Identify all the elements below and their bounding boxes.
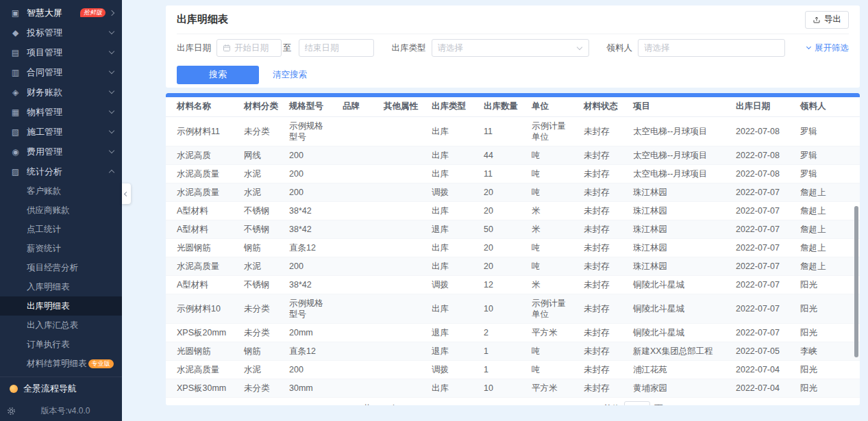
table-row[interactable]: 光圆钢筋钢筋直条12退库1吨未封存新建XX集团总部工程2022-07-05李峡 xyxy=(166,342,860,360)
sidebar-item-smart-screen[interactable]: ▣智慧大屏抢鲜版 xyxy=(0,3,122,23)
page-number-6[interactable]: 6 xyxy=(510,405,523,406)
sidebar-item-contract[interactable]: ▥合同管理 xyxy=(0,62,122,82)
sidebar-subitem[interactable]: 供应商账款 xyxy=(0,201,122,220)
table-row[interactable]: XPS板30mm未分类30mm出库10平方米未封存黄埔家园2022-07-04阳… xyxy=(166,379,860,397)
sidebar-subitem[interactable]: 出入库汇总表 xyxy=(0,316,122,335)
chevron-up-icon xyxy=(109,170,114,175)
table-cell: 阳光 xyxy=(795,379,860,397)
table-cell: 铜陵北斗星城 xyxy=(628,294,730,323)
sidebar-subitem[interactable]: 项目经营分析 xyxy=(0,258,122,277)
sidebar-item-flow-nav[interactable]: 全景流程导航 xyxy=(0,377,122,400)
table-cell: 调拨 xyxy=(426,360,478,379)
sidebar-subitem[interactable]: 点工统计 xyxy=(0,220,122,239)
table-cell: 米 xyxy=(526,220,578,238)
table-cell: 10 xyxy=(478,294,526,323)
sidebar-item-project[interactable]: ▤项目管理 xyxy=(0,42,122,62)
page-number-4[interactable]: 4 xyxy=(477,405,491,406)
table-cell: 水泥 xyxy=(238,164,284,183)
table-cell: 调拨 xyxy=(426,183,478,201)
expand-filter-link[interactable]: 展开筛选 xyxy=(807,42,849,54)
table-cell: 水泥 xyxy=(238,183,284,201)
search-button[interactable]: 搜索 xyxy=(177,66,259,84)
table-cell: 吨 xyxy=(526,360,578,379)
table-cell: 30mm xyxy=(284,379,337,397)
table-row[interactable]: XPS板20mm未分类20mm退库2平方米未封存铜陵北斗星城2022-07-07… xyxy=(166,323,860,342)
stats-icon: ▨ xyxy=(10,167,21,177)
table-cell: 光圆钢筋 xyxy=(166,342,238,360)
table-cell: 铜陵北斗星城 xyxy=(628,323,730,342)
next-page-button[interactable] xyxy=(577,403,591,406)
material-picker-input[interactable]: 请选择 xyxy=(638,39,785,57)
table-body: 示例材料11未分类示例规格型号出库11示例计量单位未封存太空电梯--月球项目20… xyxy=(166,116,860,397)
page-ellipsis: ... xyxy=(543,405,556,406)
sidebar-item-finance[interactable]: ◈财务账款 xyxy=(0,82,122,102)
table-cell: 新建XX集团总部工程 xyxy=(628,342,730,360)
table-cell: 示例规格型号 xyxy=(284,294,337,323)
page-number-1[interactable]: 1 xyxy=(427,405,441,406)
sidebar-subitem[interactable]: 客户账款 xyxy=(0,181,122,201)
page-number-3[interactable]: 3 xyxy=(460,405,474,406)
table-cell: 光圆钢筋 xyxy=(166,238,238,257)
table-cell: 38*42 xyxy=(284,201,337,220)
sidebar-subitem[interactable]: 出库明细表 xyxy=(0,296,122,316)
prev-page-button[interactable] xyxy=(410,403,423,406)
page-number-5[interactable]: 5 xyxy=(493,405,507,406)
date-range-separator: 至 xyxy=(283,42,292,54)
sidebar-collapse-handle[interactable] xyxy=(122,183,131,204)
sidebar-subitem[interactable]: 订单执行表 xyxy=(0,335,122,354)
table-row[interactable]: A型材料不锈钢38*42出库20米未封存珠江林园2022-07-07詹超上 xyxy=(166,201,860,220)
table-cell: 示例计量单位 xyxy=(526,116,578,146)
sidebar-item-label: 物料管理 xyxy=(27,106,110,118)
table-cell: 44 xyxy=(478,146,526,164)
table-cell: 詹超上 xyxy=(795,220,860,238)
table-row[interactable]: 光圆钢筋钢筋直条12出库20吨未封存珠江林园2022-07-07詹超上 xyxy=(166,238,860,257)
table-row[interactable]: 水泥高质量水泥200出库11吨未封存太空电梯--月球项目2022-07-08罗辑 xyxy=(166,164,860,183)
table-row[interactable]: 水泥高质量水泥200出库20吨未封存珠江林园2022-07-07詹超上 xyxy=(166,257,860,275)
table-row[interactable]: 水泥高质量水泥200调拨20吨未封存珠江林园2022-07-07詹超上 xyxy=(166,183,860,201)
table-row[interactable]: 示例材料11未分类示例规格型号出库11示例计量单位未封存太空电梯--月球项目20… xyxy=(166,116,860,146)
table-vertical-scrollbar[interactable] xyxy=(854,118,858,378)
sidebar-item-bidding[interactable]: ◆投标管理 xyxy=(0,23,122,42)
table-row[interactable]: A型材料不锈钢38*42调拨12米未封存铜陵北斗星城2022-07-07阳光 xyxy=(166,275,860,294)
table-row[interactable]: 水泥高质网线200出库44吨未封存太空电梯--月球项目2022-07-08罗辑 xyxy=(166,146,860,164)
table-cell: 罗辑 xyxy=(795,116,860,146)
table-cell: 詹超上 xyxy=(795,183,860,201)
page-number-15[interactable]: 15 xyxy=(559,405,573,406)
sidebar: ▣智慧大屏抢鲜版◆投标管理▤项目管理▥合同管理◈财务账款▦物料管理▧施工管理◉费… xyxy=(0,0,122,421)
sidebar-item-stats[interactable]: ▨统计分析 xyxy=(0,162,122,181)
table-cell: 水泥高质量 xyxy=(166,164,238,183)
table-row[interactable]: 示例材料10未分类示例规格型号出库10示例计量单位未封存铜陵北斗星城2022-0… xyxy=(166,294,860,323)
table-cell xyxy=(337,201,378,220)
sidebar-subitem[interactable]: 薪资统计 xyxy=(0,239,122,258)
table-cell: 未分类 xyxy=(238,323,284,342)
export-icon xyxy=(813,16,821,24)
outbound-type-select[interactable]: 请选择 xyxy=(432,39,589,57)
table-row[interactable]: 水泥高质量水泥200调拨1吨未封存浦江花苑2022-07-04阳光 xyxy=(166,360,860,379)
table-row[interactable]: A型材料不锈钢38*42退库50米未封存珠江林园2022-07-07詹超上 xyxy=(166,220,860,238)
table-cell: 阳光 xyxy=(795,275,860,294)
clear-search-link[interactable]: 清空搜索 xyxy=(273,69,307,81)
table-cell: 吨 xyxy=(526,164,578,183)
table-cell xyxy=(378,360,426,379)
goto-page-input[interactable] xyxy=(624,401,650,406)
sidebar-subitem[interactable]: 入库明细表 xyxy=(0,277,122,296)
sidebar-item-construction[interactable]: ▧施工管理 xyxy=(0,122,122,142)
sidebar-menu: ▣智慧大屏抢鲜版◆投标管理▤项目管理▥合同管理◈财务账款▦物料管理▧施工管理◉费… xyxy=(0,0,122,377)
table-cell: 水泥高质量 xyxy=(166,257,238,275)
table-cell: 2022-07-04 xyxy=(730,360,795,379)
sidebar-subitem[interactable]: 材料结算明细表专业版 xyxy=(0,354,122,373)
export-button[interactable]: 导出 xyxy=(805,11,849,29)
sidebar-item-material[interactable]: ▦物料管理 xyxy=(0,102,122,122)
sidebar-item-expense[interactable]: ◉费用管理 xyxy=(0,142,122,162)
end-date-input[interactable]: 结束日期 xyxy=(299,39,374,57)
gear-icon[interactable] xyxy=(7,407,16,416)
page-number-7[interactable]: 7 xyxy=(526,405,540,406)
sidebar-item-label: 费用管理 xyxy=(27,146,110,158)
version-label: 版本号:v4.0.0 xyxy=(16,405,115,417)
chevron-left-icon xyxy=(124,191,129,196)
table-cell: 出库 xyxy=(426,379,478,397)
start-date-input[interactable]: 开始日期 xyxy=(216,39,282,57)
scrollbar-thumb[interactable] xyxy=(854,206,858,357)
table-header: 材料名称材料分类规格型号品牌其他属性出库类型出库数量单位材料状态项目出库日期领料… xyxy=(166,97,860,116)
table-cell: 米 xyxy=(526,275,578,294)
